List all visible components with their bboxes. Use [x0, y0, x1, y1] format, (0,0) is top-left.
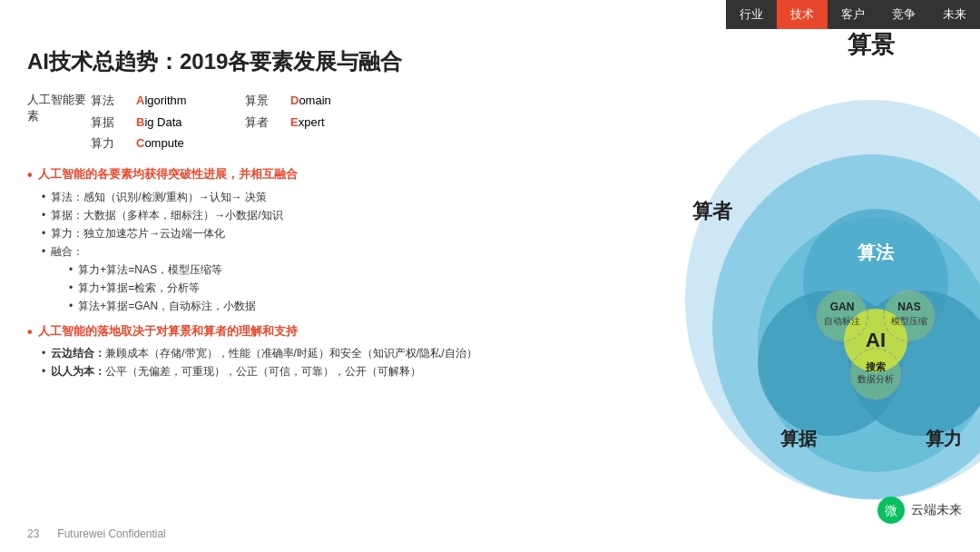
svg-text:算力: 算力: [926, 429, 962, 448]
elements-table: 人工智能要素 算法 算据 算力 Algorithm Big Data Compu…: [27, 90, 563, 153]
elements-en2-col: Domain Expert: [290, 90, 331, 133]
sub-item-1-3: 算力：独立加速芯片→云边端一体化: [42, 225, 563, 242]
svg-text:算者: 算者: [692, 200, 733, 222]
main-content: AI技术总趋势：2019各要素发展与融合 人工智能要素 算法 算据 算力 Alg…: [0, 29, 590, 516]
bullet-sub-1: 算法：感知（识别/检测/重构）→认知→ 决策 算据：大数据（多样本，细标注）→小…: [27, 189, 563, 314]
svg-text:自动标注: 自动标注: [824, 316, 860, 326]
subsub-1-2: 算力+算据=检索，分析等: [69, 280, 563, 296]
wechat-icon: 微: [877, 496, 906, 525]
svg-text:算景: 算景: [848, 31, 896, 58]
sub-item-1-2: 算据：大数据（多样本，细标注）→小数据/知识: [42, 207, 563, 223]
confidential-text: Futurewei Confidential: [57, 527, 165, 540]
sub-item-1-4: 融合：: [42, 243, 563, 260]
subsub-1-1: 算力+算法=NAS，模型压缩等: [69, 261, 563, 278]
wechat-branding: 微 云端未来: [877, 496, 962, 525]
footer: 23 Futurewei Confidential: [0, 516, 599, 552]
bullet-sub-sub-1: 算力+算法=NAS，模型压缩等 算力+算据=检索，分析等 算法+算据=GAN，自…: [42, 261, 563, 314]
sub-item-2-2: 以人为本：公平（无偏差，可重现），公正（可信，可靠），公开（可解释）: [42, 363, 563, 380]
svg-text:数据分析: 数据分析: [858, 374, 894, 384]
svg-text:算法: 算法: [858, 242, 895, 262]
subsub-1-3: 算法+算据=GAN，自动标注，小数据: [69, 298, 563, 314]
bullet-main-2: 人工智能的落地取决于对算景和算者的理解和支持: [27, 323, 563, 340]
bullet-sub-2: 云边结合：兼顾成本（存储/带宽），性能（准确率/时延）和安全（知识产权/隐私/自…: [27, 345, 563, 380]
elements-cn-col: 算法 算据 算力: [91, 90, 136, 153]
page-number: 23: [27, 527, 39, 540]
svg-text:搜索: 搜索: [865, 361, 886, 372]
svg-text:模型压缩: 模型压缩: [891, 316, 927, 326]
bullet-section-2: 人工智能的落地取决于对算景和算者的理解和支持 云边结合：兼顾成本（存储/带宽），…: [27, 323, 563, 380]
diagram-area: 算景 算者 算法 算据 算力 AI GAN 自动标注 NAS 模型压缩 搜索 数…: [590, 0, 980, 552]
bullet-section-1: 人工智能的各要素均获得突破性进展，并相互融合 算法：感知（识别/检测/重构）→认…: [27, 166, 563, 313]
sub-item-1-1: 算法：感知（识别/检测/重构）→认知→ 决策: [42, 189, 563, 205]
elements-cn2-col: 算景 算者: [245, 90, 290, 133]
svg-text:NAS: NAS: [897, 301, 920, 313]
elements-label: 人工智能要素: [27, 90, 91, 124]
wechat-brand-text: 云端未来: [911, 502, 962, 518]
svg-text:微: 微: [885, 503, 897, 518]
svg-text:GAN: GAN: [830, 301, 855, 313]
elements-en-col: Algorithm Big Data Compute: [136, 90, 245, 153]
page-title: AI技术总趋势：2019各要素发展与融合: [27, 47, 563, 75]
svg-text:AI: AI: [866, 329, 886, 351]
bullet-main-1: 人工智能的各要素均获得突破性进展，并相互融合: [27, 166, 563, 183]
svg-text:算据: 算据: [780, 429, 818, 448]
sub-item-2-1: 云边结合：兼顾成本（存储/带宽），性能（准确率/时延）和安全（知识产权/隐私/自…: [42, 345, 563, 361]
